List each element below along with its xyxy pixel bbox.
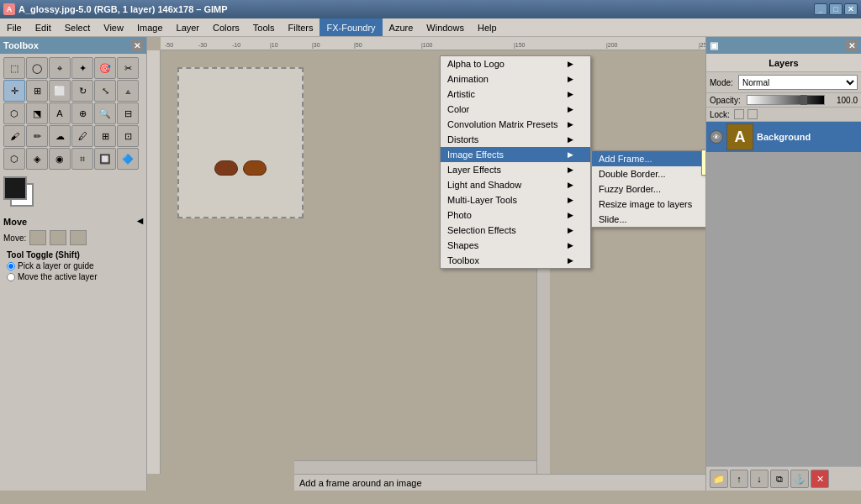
- add-frame-tooltip: Add a frame around an image Press F1 for…: [701, 150, 705, 176]
- radio-pick-layer[interactable]: Pick a layer or guide: [7, 261, 140, 270]
- tool-free-select[interactable]: ⌖: [49, 57, 71, 79]
- title-bar-controls[interactable]: _ □ ✕: [814, 3, 858, 15]
- menu-help[interactable]: Help: [471, 18, 504, 36]
- move-layer-up-button[interactable]: ↑: [730, 470, 748, 488]
- layers-close-button[interactable]: ✕: [846, 39, 858, 51]
- mode-select[interactable]: Normal: [738, 75, 858, 90]
- app-icon: A: [3, 3, 15, 15]
- fx-layer-effects[interactable]: Layer Effects ▶: [441, 162, 590, 177]
- tool-move[interactable]: ✛: [3, 80, 25, 102]
- menu-view[interactable]: View: [97, 18, 130, 36]
- toolbox-close-button[interactable]: ✕: [131, 39, 143, 51]
- tool-fuzzy-select[interactable]: ✦: [71, 57, 93, 79]
- tool-scale[interactable]: ⤡: [94, 80, 116, 102]
- fx-toolbox[interactable]: Toolbox ▶: [441, 253, 590, 268]
- move-option-3[interactable]: [70, 230, 87, 245]
- layer-visibility-eye[interactable]: 👁: [710, 130, 723, 144]
- tool-ellipse-select[interactable]: ◯: [26, 57, 48, 79]
- menu-filters[interactable]: Filters: [282, 18, 320, 36]
- fx-image-effects[interactable]: Image Effects ▶: [441, 147, 590, 162]
- menu-azure[interactable]: Azure: [383, 18, 420, 36]
- menu-fx-foundry[interactable]: FX-Foundry: [320, 18, 382, 36]
- tool-flip[interactable]: ⬔: [26, 102, 48, 124]
- minimize-button[interactable]: _: [814, 3, 827, 15]
- tool-rotate[interactable]: ↻: [71, 80, 93, 102]
- ie-fuzzy-border[interactable]: Fuzzy Border...: [592, 181, 705, 197]
- lock-pixels-checkbox[interactable]: [734, 109, 744, 119]
- tool-heal[interactable]: ⊡: [117, 125, 139, 147]
- foreground-color-swatch[interactable]: [3, 176, 27, 200]
- duplicate-layer-button[interactable]: ⧉: [770, 470, 789, 488]
- tool-blend[interactable]: 🔷: [117, 148, 139, 170]
- ie-slide[interactable]: Slide...: [592, 212, 705, 227]
- move-option-1[interactable]: [29, 230, 46, 245]
- tool-text[interactable]: A: [49, 102, 71, 124]
- layer-background[interactable]: 👁 A Background: [706, 122, 861, 152]
- menu-colors[interactable]: Colors: [206, 18, 246, 36]
- menu-tools[interactable]: Tools: [246, 18, 282, 36]
- move-section: Move ◀ Move: Tool Toggle (Shift) Pick a …: [0, 213, 146, 288]
- tool-perspective[interactable]: ⬡: [3, 102, 25, 124]
- submenu-arrow: ▶: [568, 181, 573, 189]
- tool-ink[interactable]: 🖊: [71, 125, 93, 147]
- anchor-layer-button[interactable]: ⚓: [790, 470, 809, 488]
- tool-airbrush[interactable]: ☁: [49, 125, 71, 147]
- fx-light-shadow[interactable]: Light and Shadow ▶: [441, 177, 590, 192]
- tool-smudge[interactable]: ⌗: [71, 148, 93, 170]
- fx-artistic[interactable]: Artistic ▶: [441, 87, 590, 102]
- ie-double-border[interactable]: Double Border...: [592, 166, 705, 181]
- fx-color[interactable]: Color ▶: [441, 102, 590, 117]
- tool-scissors[interactable]: ✂: [117, 57, 139, 79]
- move-layer-down-button[interactable]: ↓: [750, 470, 769, 488]
- fx-selection-effects[interactable]: Selection Effects ▶: [441, 223, 590, 238]
- menu-file[interactable]: File: [0, 18, 29, 36]
- candy-left: [214, 160, 238, 176]
- tool-dodge[interactable]: ◉: [49, 148, 71, 170]
- new-layer-group-button[interactable]: 📁: [710, 470, 728, 488]
- horizontal-scrollbar[interactable]: [294, 460, 536, 474]
- menu-layer[interactable]: Layer: [170, 18, 207, 36]
- move-option-2[interactable]: [50, 230, 66, 245]
- fx-alpha-to-logo[interactable]: Alpha to Logo ▶: [441, 56, 590, 71]
- fx-shapes[interactable]: Shapes ▶: [441, 238, 590, 253]
- radio-move-active[interactable]: Move the active layer: [7, 272, 140, 281]
- fx-convolution[interactable]: Convolution Matrix Presets ▶: [441, 117, 590, 132]
- menu-image[interactable]: Image: [130, 18, 170, 36]
- layers-empty-area: [706, 152, 861, 466]
- tool-clone[interactable]: ⊞: [94, 125, 116, 147]
- delete-layer-button[interactable]: ✕: [811, 470, 829, 488]
- close-button[interactable]: ✕: [844, 3, 858, 15]
- submenu-arrow: ▶: [568, 75, 573, 83]
- tool-shear[interactable]: ⟁: [117, 80, 139, 102]
- tool-erase[interactable]: ⬡: [3, 148, 25, 170]
- tool-pencil[interactable]: ✏: [26, 125, 48, 147]
- layers-mode-row: Mode: Normal: [706, 72, 861, 93]
- tool-paint[interactable]: 🖌: [3, 125, 25, 147]
- tool-toggle-section: Tool Toggle (Shift) Pick a layer or guid…: [3, 249, 143, 285]
- fx-multi-layer[interactable]: Multi-Layer Tools ▶: [441, 192, 590, 207]
- tool-crop[interactable]: ⬜: [49, 80, 71, 102]
- menu-select[interactable]: Select: [58, 18, 98, 36]
- image-effects-menu: Add Frame... Add a frame around an image…: [591, 150, 705, 228]
- toolbox-header: Toolbox ✕: [0, 37, 146, 54]
- lock-position-checkbox[interactable]: [747, 109, 758, 119]
- tool-magnify[interactable]: 🔍: [94, 102, 116, 124]
- tool-bucket-fill[interactable]: 🔲: [94, 148, 116, 170]
- ie-add-frame[interactable]: Add Frame...: [592, 151, 705, 166]
- submenu-arrow: ▶: [568, 196, 573, 204]
- tool-align[interactable]: ⊞: [26, 80, 48, 102]
- maximize-button[interactable]: □: [829, 3, 843, 15]
- menu-edit[interactable]: Edit: [29, 18, 58, 36]
- fx-photo[interactable]: Photo ▶: [441, 207, 590, 223]
- opacity-slider[interactable]: [747, 95, 825, 105]
- fx-distorts[interactable]: Distorts ▶: [441, 132, 590, 147]
- tool-blur[interactable]: ◈: [26, 148, 48, 170]
- tool-color-picker[interactable]: ⊕: [71, 102, 93, 124]
- layers-header-icon: ▣: [710, 40, 718, 51]
- tool-rect-select[interactable]: ⬚: [3, 57, 25, 79]
- tool-measure[interactable]: ⊟: [117, 102, 139, 124]
- ie-resize-image[interactable]: Resize image to layers: [592, 197, 705, 212]
- fx-animation[interactable]: Animation ▶: [441, 71, 590, 87]
- menu-windows[interactable]: Windows: [420, 18, 471, 36]
- tool-select-color[interactable]: 🎯: [94, 57, 116, 79]
